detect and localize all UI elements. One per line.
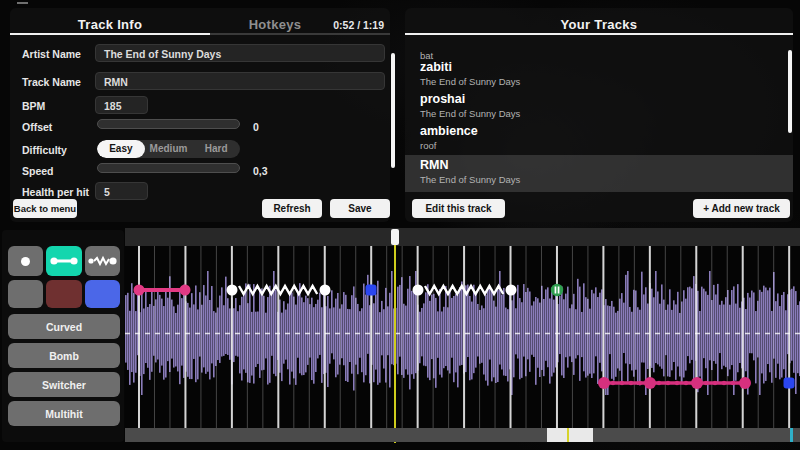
your-tracks-panel: Your Tracks bat zabiti The End of Sunny … [405,8,793,222]
health-per-hit-label: Health per hit [22,186,89,198]
refresh-button[interactable]: Refresh [262,199,322,218]
track-subtitle: The End of Sunny Days [420,76,793,87]
save-button[interactable]: Save [330,199,390,218]
minimap-scrollbar[interactable] [125,428,800,442]
top-left-dash [17,2,28,4]
track-list-item[interactable]: zabiti The End of Sunny Days [405,60,793,87]
health-per-hit-field[interactable]: 5 [95,182,148,200]
chain-note[interactable] [598,377,751,389]
time-display: 0:52 / 1:19 [333,19,384,31]
offset-value: 0 [253,121,259,133]
active-tab-underline [10,33,210,35]
hold-note-icon [49,256,79,266]
minimap-thumb[interactable] [547,428,593,442]
track-subtitle: The End of Sunny Days [420,174,793,185]
difficulty-hard-button[interactable]: Hard [192,140,240,158]
back-to-menu-button[interactable]: Back to menu [13,199,77,218]
track-info-panel: Track Info Hotkeys 0:52 / 1:19 Artist Na… [10,8,390,222]
artist-name-field[interactable]: The End of Sunny Days [95,44,385,62]
playhead-handle[interactable] [391,229,399,245]
track-title: zabiti [420,60,793,74]
track-info-scrollbar[interactable] [391,53,395,168]
track-title: proshai [420,92,793,106]
tab-hotkeys[interactable]: Hotkeys [210,17,340,32]
your-tracks-scrollbar[interactable] [788,50,792,133]
speed-slider[interactable] [97,163,240,173]
timeline-editor [125,228,800,450]
difficulty-easy-button[interactable]: Easy [97,140,145,158]
bpm-field[interactable]: 185 [95,96,148,114]
track-title: RMN [420,158,793,172]
track-name-label: Track Name [22,76,81,88]
tab-track-info[interactable]: Track Info [10,17,210,32]
notes-layer [125,246,800,428]
your-tracks-title: Your Tracks [405,17,793,32]
add-new-track-button[interactable]: + Add new track [693,199,790,218]
track-subtitle: roof [420,140,793,151]
zigzag-note-tool-button[interactable] [85,246,120,276]
playhead-line[interactable] [394,245,396,443]
track-list-item[interactable]: proshai The End of Sunny Days [405,92,793,119]
tap-note[interactable] [784,378,795,389]
zigzag-note[interactable] [413,285,517,296]
difficulty-segmented-control: Easy Medium Hard [97,140,240,158]
offset-slider[interactable] [97,119,240,129]
difficulty-medium-button[interactable]: Medium [145,140,193,158]
tab-underline-rest [210,33,390,35]
switcher-note[interactable] [551,284,563,296]
track-list-item-selected[interactable]: RMN The End of Sunny Days [405,155,793,192]
speed-value: 0,3 [253,165,268,177]
zigzag-note-icon [88,255,118,267]
track-subtitle: The End of Sunny Days [420,108,793,119]
track-list-item[interactable]: ambience roof [405,124,793,151]
hold-note[interactable] [134,285,191,296]
offset-label: Offset [22,121,52,133]
tap-note-icon [21,257,30,266]
gray-color-tool-button[interactable] [8,280,43,308]
bomb-tool-button[interactable]: Bomb [8,343,120,368]
difficulty-label: Difficulty [22,144,67,156]
curved-tool-button[interactable]: Curved [8,314,120,339]
maroon-color-tool-button[interactable] [46,280,82,308]
edit-this-track-button[interactable]: Edit this track [412,199,505,218]
zigzag-note[interactable] [227,285,331,296]
tap-note[interactable] [366,285,377,296]
bpm-label: BPM [22,100,45,112]
track-title: ambience [420,124,793,138]
switcher-tool-button[interactable]: Switcher [8,372,120,397]
tap-note-tool-button[interactable] [8,246,43,276]
multihit-tool-button[interactable]: Multihit [8,401,120,426]
minimap-yellow-marker [567,428,569,442]
blue-color-tool-button[interactable] [85,280,120,308]
track-name-field[interactable]: RMN [95,72,385,90]
artist-name-label: Artist Name [22,48,81,60]
editor-screen: Track Info Hotkeys 0:52 / 1:19 Artist Na… [0,0,800,450]
your-tracks-underline [405,33,793,35]
speed-label: Speed [22,165,54,177]
hold-note-tool-button-selected[interactable] [46,246,82,276]
timeline-header[interactable] [125,228,800,246]
minimap-cyan-marker [790,428,793,442]
